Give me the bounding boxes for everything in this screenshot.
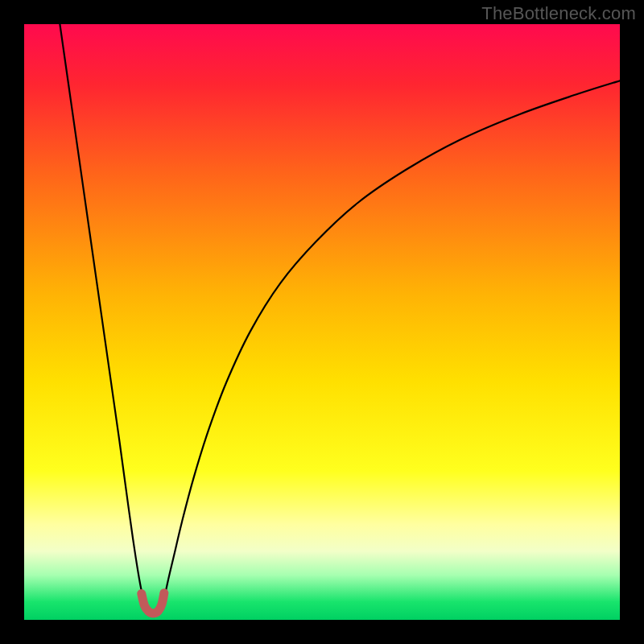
outer-black-frame: TheBottleneck.com — [0, 0, 644, 644]
plot-area — [24, 24, 620, 620]
watermark-text: TheBottleneck.com — [481, 3, 636, 24]
chart-svg — [24, 24, 620, 620]
gradient-background — [24, 24, 620, 620]
